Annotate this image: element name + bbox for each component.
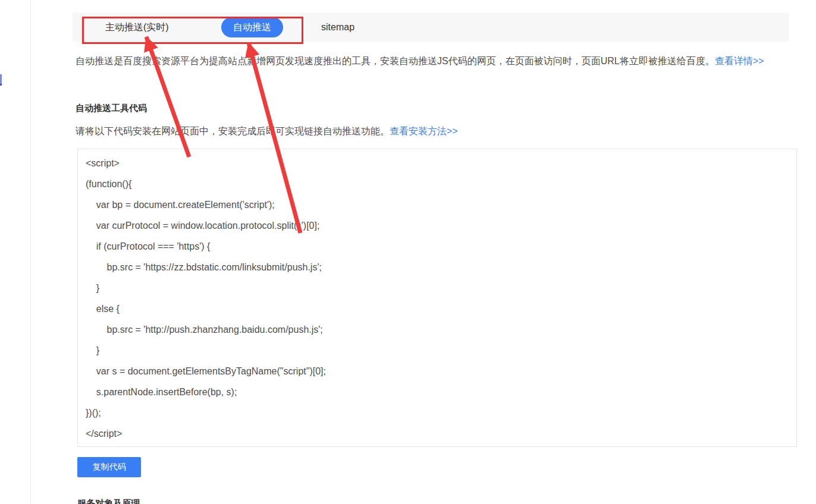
code-line: var s = document.getElementsByTagName("s…: [86, 361, 790, 382]
code-line: </script>: [86, 423, 790, 444]
tab-sitemap[interactable]: sitemap: [321, 12, 354, 42]
code-line: }: [86, 340, 790, 361]
instruction-paragraph: 请将以下代码安装在网站页面中，安装完成后即可实现链接自动推送功能。查看安装方法>…: [76, 121, 798, 141]
code-line: if (curProtocol === 'https') {: [86, 236, 790, 257]
push-js-code-block: <script> (function(){ var bp = document.…: [77, 149, 797, 447]
copy-code-button[interactable]: 复制代码: [77, 457, 141, 477]
intro-paragraph: 自动推送是百度搜索资源平台为提高站点新增网页发现速度推出的工具，安装自动推送JS…: [76, 51, 798, 71]
code-line: (function(){: [86, 174, 790, 194]
code-line: bp.src = 'http://push.zhanzhang.baidu.co…: [86, 319, 790, 340]
next-section-heading: 服务对象及原理: [77, 497, 140, 504]
code-line: }: [86, 278, 790, 298]
tab-auto-push[interactable]: 自动推送: [221, 17, 283, 37]
intro-text: 自动推送是百度搜索资源平台为提高站点新增网页发现速度推出的工具，安装自动推送JS…: [76, 56, 715, 66]
instruction-text: 请将以下代码安装在网站页面中，安装完成后即可实现链接自动推送功能。: [76, 126, 390, 136]
code-line: <script>: [86, 153, 790, 174]
left-edge-scroll-fragment: [0, 74, 2, 86]
code-line: bp.src = 'https://zz.bdstatic.com/linksu…: [86, 257, 790, 278]
page: 主动推送(实时) 自动推送 sitemap 自动推送是百度搜索资源平台为提高站点…: [0, 0, 816, 504]
code-line: })();: [86, 402, 790, 423]
sidebar-divider: [30, 0, 31, 504]
code-line: var bp = document.createElement('script'…: [86, 194, 790, 215]
tab-active-push[interactable]: 主动推送(实时): [105, 12, 169, 42]
install-method-link[interactable]: 查看安装方法>>: [390, 126, 458, 136]
push-method-tabbar: 主动推送(实时) 自动推送 sitemap: [73, 12, 789, 42]
code-section-heading: 自动推送工具代码: [76, 102, 147, 114]
code-line: else {: [86, 298, 790, 319]
view-details-link[interactable]: 查看详情>>: [715, 56, 764, 66]
code-line: var curProtocol = window.location.protoc…: [86, 215, 790, 236]
code-line: s.parentNode.insertBefore(bp, s);: [86, 382, 790, 402]
